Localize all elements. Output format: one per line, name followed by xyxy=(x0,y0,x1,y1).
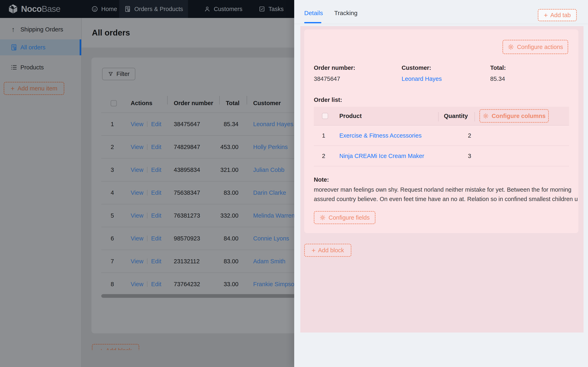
sidebar: ↑ Shipping Orders All orders P xyxy=(0,18,82,367)
order-list-body: 1Exercise & Fitness Accessories22Ninja C… xyxy=(314,125,569,166)
row-actions-cell: ViewEdit xyxy=(124,250,167,273)
add-block-button-drawer[interactable]: + Add block xyxy=(304,244,351,257)
sidebar-item-all-orders[interactable]: All orders xyxy=(0,39,81,55)
sidebar-item-products[interactable]: Products xyxy=(0,59,81,75)
column-header-actions: Actions xyxy=(124,94,167,112)
order-number-cell: 73764232 xyxy=(167,273,219,295)
field-value: 38475647 xyxy=(314,75,355,83)
filter-button[interactable]: Filter xyxy=(102,68,135,80)
configure-fields-button[interactable]: Configure fields xyxy=(314,211,376,224)
edit-link[interactable]: Edit xyxy=(151,189,161,196)
tab-tracking[interactable]: Tracking xyxy=(334,7,358,19)
product-cell: Ninja CREAMi Ice Cream Maker xyxy=(334,146,438,166)
edit-link[interactable]: Edit xyxy=(151,281,161,288)
view-link[interactable]: View xyxy=(131,189,143,196)
nav-item-tasks[interactable]: Tasks xyxy=(254,0,288,18)
customer-link[interactable]: Connie Lyons xyxy=(253,235,289,242)
orders-table-header-row: Actions Order number Total Customer xyxy=(101,94,294,113)
top-navbar: NocoBase Home Orders & Products xyxy=(0,0,294,18)
row-index-cell: 2 xyxy=(101,136,124,158)
product-link[interactable]: Ninja CREAMi Ice Cream Maker xyxy=(339,153,424,159)
view-link[interactable]: View xyxy=(131,281,143,288)
header-divider xyxy=(474,112,475,121)
quantity-cell: 2 xyxy=(438,125,474,146)
tab-details[interactable]: Details xyxy=(304,7,323,19)
edit-link[interactable]: Edit xyxy=(151,167,161,173)
actions-divider xyxy=(147,190,147,196)
actions-divider xyxy=(147,213,147,218)
customer-link[interactable]: Adam Smith xyxy=(253,258,286,265)
order-list-label: Order list: xyxy=(314,96,342,103)
view-link[interactable]: View xyxy=(131,258,143,265)
add-menu-item-button[interactable]: + Add menu item xyxy=(4,82,64,95)
view-link[interactable]: View xyxy=(131,212,143,219)
horizontal-scrollbar-thumb[interactable] xyxy=(101,294,294,298)
nav-item-home[interactable]: Home xyxy=(87,0,122,18)
view-link[interactable]: View xyxy=(131,144,143,150)
header-divider xyxy=(219,96,220,105)
page-title: All orders xyxy=(92,28,130,37)
app-root: NocoBase Home Orders & Products xyxy=(0,0,588,367)
brand-text-light: Base xyxy=(42,4,60,14)
row-index-cell: 6 xyxy=(101,227,124,250)
customer-link[interactable]: Melinda Warren xyxy=(253,212,294,219)
view-link[interactable]: View xyxy=(131,235,143,242)
header-divider xyxy=(247,96,247,105)
row-actions-cell: ViewEdit xyxy=(124,273,167,295)
select-all-checkbox[interactable] xyxy=(111,100,117,106)
order-number-cell: 75638347 xyxy=(167,182,219,204)
view-link[interactable]: View xyxy=(131,121,143,128)
file-check-icon xyxy=(10,44,20,51)
edit-link[interactable]: Edit xyxy=(151,212,161,219)
customer-link[interactable]: Leonard Hayes xyxy=(253,121,293,128)
customer-link[interactable]: Holly Perkins xyxy=(253,144,288,150)
total-cell: 321.00 xyxy=(219,158,247,181)
configure-fields-label: Configure fields xyxy=(328,214,370,221)
view-link[interactable]: View xyxy=(131,167,143,173)
customer-cell: Connie Lyons xyxy=(247,227,294,250)
nocobase-cube-icon xyxy=(8,3,19,15)
plus-icon: + xyxy=(311,247,316,254)
total-cell: 83.00 xyxy=(219,182,247,204)
gear-icon xyxy=(508,44,514,50)
row-actions-cell: ViewEdit xyxy=(124,182,167,204)
configure-actions-button[interactable]: Configure actions xyxy=(503,40,568,54)
customer-link[interactable]: Frankie Simpson xyxy=(253,281,294,288)
field-customer: Customer: Leonard Hayes xyxy=(402,64,442,83)
product-link[interactable]: Exercise & Fitness Accessories xyxy=(339,132,422,139)
row-index-cell: 5 xyxy=(101,204,124,227)
edit-link[interactable]: Edit xyxy=(151,235,161,242)
row-index: 6 xyxy=(111,235,114,242)
spacer-cell xyxy=(474,125,569,146)
edit-link[interactable]: Edit xyxy=(151,121,161,128)
nocobase-logo[interactable]: NocoBase xyxy=(8,0,60,18)
row-index: 1 xyxy=(111,121,114,128)
list-icon xyxy=(10,64,20,71)
header-divider xyxy=(438,112,438,121)
gear-icon xyxy=(319,215,326,221)
customer-cell: Leonard Hayes xyxy=(247,113,294,135)
add-block-button-main[interactable]: + Add block xyxy=(92,344,139,350)
field-label: Total: xyxy=(490,64,506,72)
nav-item-customers[interactable]: Customers xyxy=(199,0,247,18)
product-cell: Exercise & Fitness Accessories xyxy=(334,125,438,146)
select-all-checkbox[interactable] xyxy=(322,113,328,119)
configure-columns-button[interactable]: Configure columns xyxy=(479,109,549,123)
row-index-cell: 8 xyxy=(101,273,124,295)
edit-link[interactable]: Edit xyxy=(151,258,161,265)
nav-item-orders-products[interactable]: Orders & Products xyxy=(119,0,188,18)
column-header-total: Total xyxy=(219,94,247,112)
row-index-cell: 7 xyxy=(101,250,124,273)
sidebar-group-shipping-orders[interactable]: ↑ Shipping Orders xyxy=(0,23,81,36)
row-actions-cell: ViewEdit xyxy=(124,204,167,227)
row-index: 2 xyxy=(322,153,325,159)
customer-link[interactable]: Leonard Hayes xyxy=(402,75,442,83)
customer-link[interactable]: Darin Clarke xyxy=(253,189,286,196)
sidebar-item-label: Products xyxy=(20,64,44,71)
customer-link[interactable]: Julian Cobb xyxy=(253,167,284,173)
order-number-cell: 23132112 xyxy=(167,250,219,273)
field-total: Total: 85.34 xyxy=(490,64,506,83)
add-tab-button[interactable]: + Add tab xyxy=(538,9,577,21)
edit-link[interactable]: Edit xyxy=(151,144,161,150)
add-menu-item-label: Add menu item xyxy=(17,85,57,92)
